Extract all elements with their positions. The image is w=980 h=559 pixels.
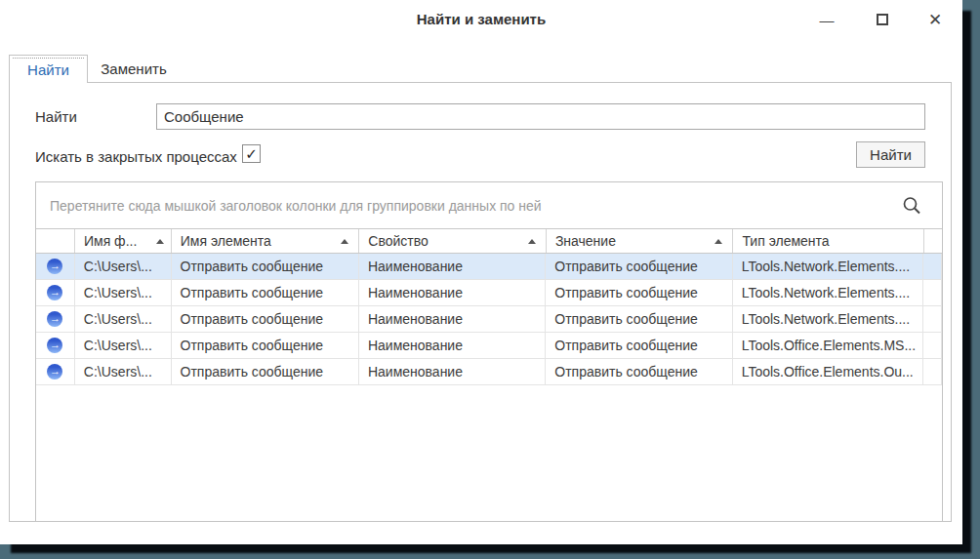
column-header-filler [924, 229, 942, 253]
column-header-icon[interactable] [36, 229, 75, 253]
go-to-arrow-icon[interactable]: → [47, 364, 62, 379]
cell-type: LTools.Network.Elements.... [733, 280, 923, 305]
tab-find-label: Найти [27, 61, 69, 78]
search-icon[interactable] [901, 195, 922, 217]
cell-type: LTools.Office.Elements.MS... [733, 333, 923, 358]
group-by-hint: Перетяните сюда мышкой заголовок колонки… [50, 198, 542, 214]
maximize-button[interactable] [870, 7, 895, 32]
cell-value: Отправить сообщение [546, 333, 732, 358]
minimize-icon: — [820, 12, 835, 28]
column-header-element[interactable]: Имя элемента [172, 229, 360, 253]
go-to-arrow-icon[interactable]: → [47, 259, 62, 274]
cell-type: LTools.Office.Elements.Ou... [733, 359, 923, 384]
sort-asc-icon [715, 239, 722, 244]
cell-file: C:\Users\... [75, 359, 172, 384]
cell-element: Отправить сообщение [172, 333, 359, 358]
cell-property: Наименование [359, 254, 546, 279]
cell-file: C:\Users\... [75, 280, 172, 305]
cell-element: Отправить сообщение [172, 306, 359, 332]
column-header-value-label: Значение [555, 233, 616, 249]
cell-filler [923, 280, 942, 305]
table-row[interactable]: → C:\Users\... Отправить сообщение Наиме… [36, 306, 942, 333]
cell-filler [923, 333, 942, 358]
table-row[interactable]: → C:\Users\... Отправить сообщение Наиме… [36, 280, 942, 306]
grid-header-row: Имя ф... Имя элемента Свойство Значение … [36, 228, 942, 254]
go-to-arrow-icon[interactable]: → [47, 338, 62, 353]
table-row[interactable]: → C:\Users\... Отправить сообщение Наиме… [36, 333, 942, 359]
table-row[interactable]: → C:\Users\... Отправить сообщение Наиме… [36, 359, 942, 385]
maximize-icon [877, 14, 888, 25]
close-icon: ✕ [928, 10, 942, 30]
closed-processes-label: Искать в закрытых процессах [35, 148, 237, 165]
column-header-type[interactable]: Тип элемента [733, 229, 924, 253]
cell-property: Наименование [359, 280, 546, 305]
cell-filler [923, 306, 942, 332]
cell-value: Отправить сообщение [546, 280, 732, 305]
column-header-file-label: Имя ф... [84, 233, 137, 249]
row-nav-cell[interactable]: → [36, 254, 75, 279]
minimize-button[interactable]: — [814, 7, 839, 32]
cell-property: Наименование [359, 333, 546, 358]
tab-replace[interactable]: Заменить [88, 55, 180, 83]
titlebar[interactable]: Найти и заменить — ✕ [0, 0, 962, 41]
find-field-label: Найти [35, 108, 77, 125]
sort-asc-icon [528, 239, 536, 244]
cell-element: Отправить сообщение [172, 280, 359, 305]
tab-find[interactable]: Найти [9, 55, 88, 83]
sort-asc-icon [156, 239, 164, 244]
column-header-property[interactable]: Свойство [359, 229, 547, 253]
column-header-property-label: Свойство [368, 233, 428, 249]
cell-value: Отправить сообщение [546, 254, 732, 279]
find-tab-panel: Найти Искать в закрытых процессах ✓ Найт… [9, 82, 952, 522]
cell-file: C:\Users\... [75, 254, 172, 279]
row-nav-cell[interactable]: → [36, 359, 75, 384]
cell-property: Наименование [359, 359, 546, 384]
go-to-arrow-icon[interactable]: → [47, 311, 62, 327]
find-button[interactable]: Найти [856, 141, 925, 168]
group-by-panel[interactable]: Перетяните сюда мышкой заголовок колонки… [36, 182, 942, 228]
column-header-element-label: Имя элемента [181, 233, 271, 249]
cell-element: Отправить сообщение [172, 359, 359, 384]
column-header-value[interactable]: Значение [547, 229, 734, 253]
cell-type: LTools.Network.Elements.... [733, 254, 923, 279]
cell-value: Отправить сообщение [546, 306, 732, 332]
row-nav-cell[interactable]: → [36, 333, 75, 358]
checkmark-icon: ✓ [245, 145, 258, 163]
cell-file: C:\Users\... [75, 333, 172, 358]
sort-asc-icon [341, 239, 348, 244]
cell-value: Отправить сообщение [546, 359, 732, 384]
close-button[interactable]: ✕ [922, 7, 948, 32]
tab-replace-label: Заменить [101, 60, 166, 77]
column-header-type-label: Тип элемента [742, 233, 829, 249]
column-header-file[interactable]: Имя ф... [75, 229, 172, 253]
cell-element: Отправить сообщение [172, 254, 359, 279]
cell-filler [923, 254, 942, 279]
grid-empty-area [36, 385, 942, 521]
results-grid: Перетяните сюда мышкой заголовок колонки… [35, 181, 943, 522]
cell-property: Наименование [359, 306, 546, 332]
row-nav-cell[interactable]: → [36, 306, 75, 332]
go-to-arrow-icon[interactable]: → [47, 285, 62, 300]
row-nav-cell[interactable]: → [36, 280, 75, 305]
cell-file: C:\Users\... [75, 306, 172, 332]
cell-filler [923, 359, 942, 384]
closed-processes-checkbox[interactable]: ✓ [242, 144, 261, 163]
table-row[interactable]: → C:\Users\... Отправить сообщение Наиме… [36, 254, 942, 280]
desktop: { "window": { "title": "Найти и заменить… [0, 0, 980, 559]
cell-type: LTools.Network.Elements.... [733, 306, 923, 332]
find-replace-dialog: Найти и заменить — ✕ Найти Заменить Найт… [0, 0, 962, 544]
find-input[interactable] [156, 103, 925, 130]
